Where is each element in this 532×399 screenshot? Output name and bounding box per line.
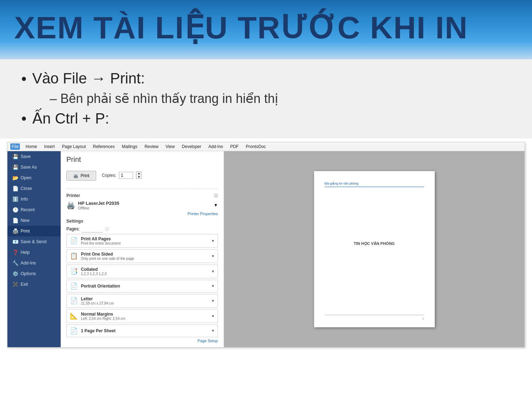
sidebar-item-open[interactable]: 📂 Open (7, 173, 61, 183)
spinner-up[interactable]: ▲ (136, 172, 141, 175)
sidebar-item-save-as[interactable]: 💾 Save As (7, 162, 61, 173)
menu-item-prontodoc[interactable]: ProntoDoc (244, 143, 267, 150)
info-icon: ℹ️ (12, 196, 18, 202)
spinner-down[interactable]: ▼ (136, 175, 141, 179)
copies-spinner[interactable]: ▲ ▼ (136, 171, 142, 179)
setting-one-sided-text: Print One Sided Only print on one side o… (81, 252, 208, 261)
print-button-label: Print (81, 173, 89, 178)
printer-status: Offline (78, 206, 119, 210)
print-panel: Print 🖨️ Print Copies: ▲ ▼ (61, 151, 224, 347)
sidebar-item-exit-label: Exit (21, 282, 28, 287)
sidebar-item-new[interactable]: 📄 New (7, 215, 61, 226)
sidebar-item-save-as-label: Save As (21, 165, 37, 170)
sidebar-item-exit[interactable]: ✖️ Exit (7, 279, 61, 290)
printer-section-title: Printer ⓘ (66, 193, 218, 198)
sidebar-item-help[interactable]: ❓ Help (7, 247, 61, 258)
menu-item-addins[interactable]: Add-Ins (207, 143, 224, 150)
preview-center-text: TIN HỌC VĂN PHÒNG (325, 241, 424, 246)
copies-input[interactable] (119, 172, 133, 179)
preview-page: Bài giảng tin văn phòng TIN HỌC VĂN PHÒN… (314, 171, 435, 327)
setting-pages-per-sheet[interactable]: 📄 1 Page Per Sheet ▼ (66, 324, 218, 337)
sidebar-item-addins[interactable]: 🔧 Add-Ins (7, 258, 61, 268)
setting-print-all-pages-text: Print All Pages Print the entire documen… (81, 236, 208, 245)
printer-properties-link[interactable]: Printer Properties (66, 212, 218, 216)
sidebar-item-options[interactable]: ⚙️ Options (7, 268, 61, 279)
menu-item-insert[interactable]: Insert (43, 143, 56, 150)
menu-item-references[interactable]: References (92, 143, 116, 150)
print-button-area: 🖨️ Print (66, 171, 96, 181)
setting-one-sided-sub: Only print on one side of the page (81, 257, 208, 261)
sidebar-item-print-label: Print (21, 229, 30, 234)
exit-icon: ✖️ (12, 282, 18, 287)
menu-item-file[interactable]: File (10, 143, 20, 150)
sidebar-item-close-label: Close (21, 186, 32, 191)
sidebar-item-save-send[interactable]: 📧 Save & Send (7, 236, 61, 247)
pages-label: Pages: (66, 226, 79, 231)
preview-bottom-line: 1 (325, 315, 424, 320)
menu-item-review[interactable]: Review (143, 143, 160, 150)
pages-input[interactable] (82, 226, 103, 233)
setting-margins-main: Normal Margins (81, 312, 208, 317)
setting-collated-text: Collated 1,2,3 1,2,3 1,2,3 (81, 267, 208, 276)
file-sidebar: 💾 Save 💾 Save As 📂 Open 📄 Close ℹ️ Info … (7, 151, 61, 347)
printer-button-icon: 🖨️ (73, 173, 78, 178)
letter-icon: 📄 (70, 297, 78, 305)
sidebar-item-open-label: Open (21, 175, 32, 180)
collated-dropdown[interactable]: ▼ (211, 269, 215, 273)
bullet-text-2: Ấn Ctrl + P: (32, 110, 109, 127)
printer-info: HP LaserJet P2035 Offline (78, 201, 119, 210)
open-icon: 📂 (12, 175, 18, 181)
portrait-icon: 📄 (70, 282, 78, 290)
pages-info-icon[interactable]: ⓘ (105, 226, 109, 232)
printer-dropdown[interactable]: ▼ (214, 203, 218, 208)
print-title: Print (66, 155, 81, 164)
setting-print-all-pages-sub: Print the entire document (81, 241, 208, 245)
setting-margins[interactable]: 📐 Normal Margins Left: 2,54 cm Right: 2,… (66, 309, 218, 323)
setting-pages-per-sheet-main: 1 Page Per Sheet (81, 328, 208, 333)
page-setup-link[interactable]: Page Setup (66, 339, 218, 343)
setting-collated[interactable]: 📑 Collated 1,2,3 1,2,3 1,2,3 ▼ (66, 264, 218, 278)
bullet-text-1: Vào File → Print: (32, 70, 145, 87)
sidebar-item-print[interactable]: 🖨️ Print (7, 226, 61, 236)
sidebar-item-info-label: Info (21, 197, 28, 202)
pages-per-sheet-dropdown[interactable]: ▼ (211, 329, 215, 333)
print-all-pages-dropdown[interactable]: ▼ (211, 239, 215, 243)
one-sided-dropdown[interactable]: ▼ (211, 254, 215, 258)
setting-print-all-pages-main: Print All Pages (81, 236, 208, 241)
margins-dropdown[interactable]: ▼ (211, 314, 215, 318)
sidebar-item-recent[interactable]: 🕐 Recent (7, 204, 61, 215)
menu-item-home[interactable]: Home (24, 143, 38, 150)
menu-item-view[interactable]: View (164, 143, 176, 150)
menu-item-developer[interactable]: Developer (180, 143, 203, 150)
addins-icon: 🔧 (12, 260, 18, 266)
bullet-dot-2: • (21, 110, 27, 127)
menu-item-page-layout[interactable]: Page Layout (60, 143, 87, 150)
setting-letter[interactable]: 📄 Letter 21,59 cm x 27,94 cm ▼ (66, 294, 218, 308)
save-as-icon: 💾 (12, 164, 18, 170)
word-ui: File Home Insert Page Layout References … (7, 142, 525, 348)
setting-print-one-sided[interactable]: 📋 Print One Sided Only print on one side… (66, 249, 218, 263)
page-title: XEM TÀI LIỆU TRƯỚC KHI IN (14, 11, 518, 45)
bullet-item-2: • Ấn Ctrl + P: (21, 110, 514, 127)
bullet-item-1: • Vào File → Print: (21, 70, 514, 88)
main-content: • Vào File → Print: – Bên phải sẽ nhìn t… (0, 59, 532, 138)
setting-margins-text: Normal Margins Left: 2,54 cm Right: 2,54… (81, 312, 208, 321)
portrait-dropdown[interactable]: ▼ (211, 284, 215, 288)
letter-dropdown[interactable]: ▼ (211, 299, 215, 303)
setting-print-all-pages[interactable]: 📄 Print All Pages Print the entire docum… (66, 234, 218, 248)
printer-info-icon[interactable]: ⓘ (214, 193, 218, 198)
help-icon: ❓ (12, 250, 18, 255)
print-button[interactable]: 🖨️ Print (66, 171, 96, 181)
menu-item-mailings[interactable]: Mailings (120, 143, 139, 150)
sidebar-item-save[interactable]: 💾 Save (7, 151, 61, 162)
sidebar-item-close[interactable]: 📄 Close (7, 183, 61, 194)
pages-row: Pages: ⓘ (66, 226, 218, 233)
menu-item-pdf[interactable]: PDF (229, 143, 240, 150)
sidebar-item-addins-label: Add-Ins (21, 261, 36, 266)
one-sided-icon: 📋 (70, 252, 78, 260)
margins-icon: 📐 (70, 312, 78, 320)
sidebar-item-info[interactable]: ℹ️ Info (7, 194, 61, 204)
setting-collated-main: Collated (81, 267, 208, 272)
copies-label: Copies: (102, 173, 116, 178)
setting-portrait[interactable]: 📄 Portrait Orientation ▼ (66, 280, 218, 293)
